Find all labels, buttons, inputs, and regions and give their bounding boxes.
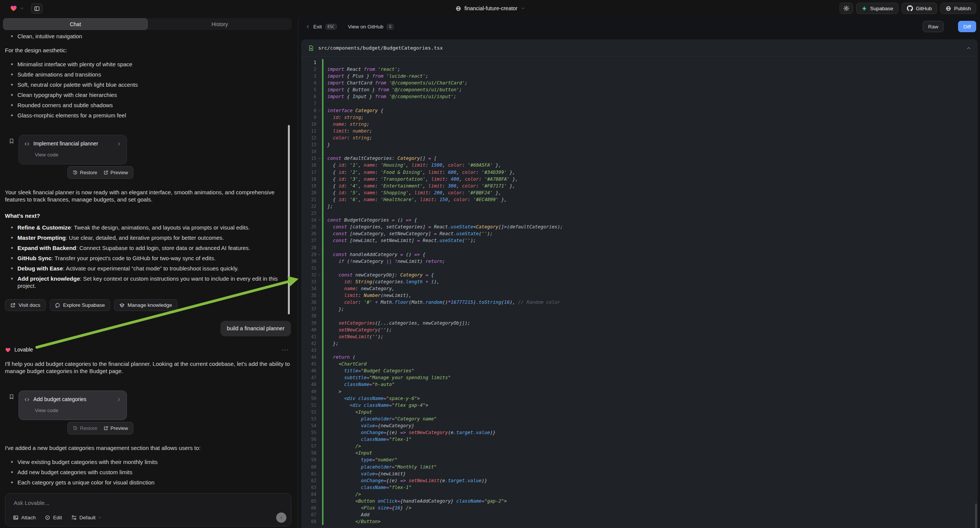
code-text [323,265,327,272]
chip-visit-docs[interactable]: Visit docs [5,299,46,311]
code-text: ]; [323,203,333,210]
code-text: limit: number; [323,128,372,134]
version-card[interactable]: Add budget categoriesView codeRestorePre… [19,391,127,420]
project-title: financial-future-creator [465,5,517,11]
view-on-github-button[interactable]: View on GitHub G [348,24,394,30]
preview-button[interactable]: Preview [103,425,128,432]
chat-input-box[interactable]: Ask Lovable... Attach Edit Default ↑ [5,493,291,526]
diff-toggle-button[interactable]: Diff [958,21,976,32]
line-number: 59 [301,456,316,463]
fold-toggle [316,504,322,511]
preview-button[interactable]: Preview [103,169,128,176]
publish-button[interactable]: Publish [940,3,976,14]
line-number: 28 [301,244,316,251]
bookmark-icon[interactable] [5,391,19,420]
code-text: if (!newCategory || !newLimit) return; [323,258,445,265]
code-line: 58 <Input [301,450,978,456]
fold-toggle[interactable] [316,217,322,223]
preview-label: Preview [111,169,128,176]
chat-heading: What's next? [5,212,292,219]
fold-toggle [316,196,322,203]
preview-label: Preview [111,425,128,432]
chevron-down-icon[interactable] [20,6,24,10]
mode-select[interactable]: Default [71,515,102,520]
chip-explore-supabase[interactable]: Explore Supabase [49,299,110,311]
user-message-row: build a financial planner [5,321,291,336]
code-text: { id: '5', name: 'Shopping', limit: 200,… [323,189,501,196]
quick-action-chips: Visit docsExplore SupabaseManage knowled… [5,299,292,311]
tab-history[interactable]: History [148,18,292,30]
fold-toggle [316,80,322,86]
fold-toggle [316,450,322,456]
supabase-label: Supabase [870,6,893,11]
code-line: 18 { id: '3', name: 'Transportation', li… [301,176,978,183]
supabase-button[interactable]: Supabase [856,3,899,14]
code-line: 33 id: String(categories.length + 1), [301,278,978,285]
toggle-sidebar-button[interactable] [31,3,43,14]
code-line: 6import { Input } from '@/components/ui/… [301,93,978,100]
tab-chat[interactable]: Chat [3,18,148,30]
code-text [323,148,327,155]
code-scrollbar[interactable] [975,503,977,528]
code-text [323,244,327,251]
fold-toggle [316,518,322,525]
list-item: Subtle animations and transitions [5,71,292,78]
code-text: }; [323,340,339,347]
fold-toggle[interactable] [316,107,322,114]
code-text: const BudgetCategories = () => { [323,217,417,223]
line-number: 33 [301,278,316,285]
file-bar[interactable]: src/components/budget/BudgetCategories.t… [301,40,978,57]
version-card-row: Implement financial plannerView codeRest… [5,135,292,164]
code-text: color: string; [323,134,372,141]
code-editor[interactable]: 12import React from 'react';3import { Pl… [301,57,978,528]
fold-toggle [316,361,322,367]
chevron-down-icon [521,6,525,10]
code-line: 24const BudgetCategories = () => { [301,217,978,223]
version-card[interactable]: Implement financial plannerView codeRest… [19,135,127,164]
code-text: <div className="flex gap-4"> [323,402,428,409]
code-icon [24,397,30,402]
restore-button[interactable]: Restore [73,169,97,176]
project-switcher[interactable]: financial-future-creator [455,0,525,17]
user-message: build a financial planner [221,321,291,336]
view-code-link[interactable]: View code [35,407,121,414]
code-text: className="h-auto" [323,381,395,388]
lovable-heart-logo[interactable] [10,5,18,12]
fold-toggle[interactable] [316,272,322,278]
code-line: 39 setCategories([...categories, newCate… [301,320,978,326]
code-line: 28 [301,244,978,251]
line-number: 36 [301,299,316,306]
chip-manage-knowledge[interactable]: Manage knowledge [114,299,177,311]
message-menu-button[interactable]: ··· [282,346,292,353]
raw-toggle-button[interactable]: Raw [923,21,943,32]
code-text: import { Button } from '@/components/ui/… [323,86,462,93]
code-line: 56 className="flex-1" [301,436,978,443]
attach-button[interactable]: Attach [13,515,36,520]
code-line: 54 value={newCategory} [301,422,978,429]
chat-scrollbar[interactable] [288,125,290,314]
line-number: 32 [301,272,316,278]
line-number: 65 [301,498,316,504]
code-text: value={newCategory} [323,422,414,429]
send-button[interactable]: ↑ [276,512,286,523]
fold-toggle[interactable] [316,251,322,258]
fold-toggle[interactable] [316,155,322,162]
mode-label: Default [80,515,96,520]
code-text: setNewLimit(''); [323,333,383,340]
gear-icon [843,5,849,11]
version-card-actions: RestorePreview [67,166,134,179]
code-line: 1 [301,59,978,66]
restore-button[interactable]: Restore [73,425,97,432]
collapse-file-button[interactable] [966,46,971,50]
settings-button[interactable] [840,3,853,14]
exit-button[interactable]: Exit ESC [306,24,337,30]
edit-button[interactable]: Edit [45,515,62,520]
code-text: import { Plus } from 'lucide-react'; [323,73,428,80]
view-code-link[interactable]: View code [35,151,121,158]
assistant-header: Lovable··· [5,346,292,353]
code-line: 55 onChange={(e) => setNewCategory(e.tar… [301,429,978,436]
fold-toggle [316,340,322,347]
github-button[interactable]: GitHub [902,3,937,14]
bookmark-icon[interactable] [5,135,19,164]
code-text: } [323,141,330,148]
